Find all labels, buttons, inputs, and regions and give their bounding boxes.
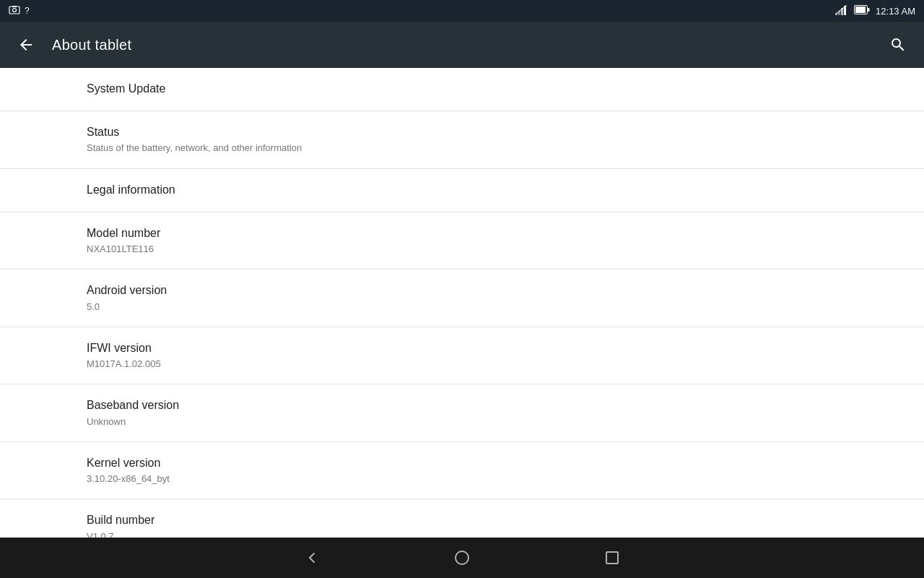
status-bar-right-icons: 12:13 AM xyxy=(835,5,915,17)
settings-item-baseband-version[interactable]: Baseband versionUnknown xyxy=(0,384,924,442)
svg-point-1 xyxy=(13,8,17,12)
settings-item-title: Status xyxy=(87,124,837,140)
settings-item-subtitle: V1.0.7 xyxy=(87,530,837,538)
back-nav-button[interactable] xyxy=(295,540,329,575)
settings-item-status[interactable]: StatusStatus of the battery, network, an… xyxy=(0,111,924,169)
svg-rect-0 xyxy=(9,7,19,14)
status-bar: ? 12:13 AM xyxy=(0,0,924,22)
settings-item-ifwi-version[interactable]: IFWI versionM1017A.1.02.005 xyxy=(0,327,924,385)
recents-nav-button[interactable] xyxy=(595,540,629,575)
svg-rect-2 xyxy=(12,6,17,7)
settings-item-kernel-version[interactable]: Kernel version3.10.20-x86_64_byt xyxy=(0,442,924,500)
nav-bar xyxy=(0,538,924,578)
settings-list: System UpdateStatusStatus of the battery… xyxy=(0,68,924,538)
settings-item-build-number[interactable]: Build numberV1.0.7 xyxy=(0,499,924,538)
search-button[interactable] xyxy=(884,30,912,59)
settings-item-subtitle: Unknown xyxy=(87,415,837,428)
page-title: About tablet xyxy=(52,37,884,53)
status-bar-left-icons: ? xyxy=(9,5,30,17)
svg-rect-10 xyxy=(868,8,870,12)
settings-item-system-update[interactable]: System Update xyxy=(0,68,924,111)
settings-item-subtitle: 3.10.20-x86_64_byt xyxy=(87,473,837,486)
settings-item-title: Legal information xyxy=(87,182,837,198)
battery-icon xyxy=(854,5,870,17)
settings-item-title: Baseband version xyxy=(87,397,837,413)
settings-item-title: System Update xyxy=(87,81,837,97)
svg-rect-9 xyxy=(855,7,866,13)
settings-item-subtitle: M1017A.1.02.005 xyxy=(87,358,837,371)
settings-item-title: Android version xyxy=(87,282,837,298)
settings-item-legal-information[interactable]: Legal information xyxy=(0,169,924,212)
signal-icon xyxy=(835,5,848,17)
settings-content: System UpdateStatusStatus of the battery… xyxy=(0,68,924,538)
settings-item-title: Kernel version xyxy=(87,455,837,471)
time-display: 12:13 AM xyxy=(876,6,915,17)
photo-icon xyxy=(9,5,20,17)
settings-item-model-number[interactable]: Model numberNXA101LTE116 xyxy=(0,212,924,270)
settings-item-title: IFWI version xyxy=(87,340,837,356)
app-bar: About tablet xyxy=(0,22,924,68)
settings-item-subtitle: Status of the battery, network, and othe… xyxy=(87,142,837,155)
settings-item-title: Model number xyxy=(87,225,837,241)
settings-item-android-version[interactable]: Android version5.0 xyxy=(0,269,924,327)
settings-item-title: Build number xyxy=(87,512,837,528)
settings-item-subtitle: NXA101LTE116 xyxy=(87,243,837,256)
back-button[interactable] xyxy=(12,30,40,59)
settings-item-subtitle: 5.0 xyxy=(87,301,837,314)
svg-point-11 xyxy=(456,551,468,564)
home-nav-button[interactable] xyxy=(445,540,479,575)
svg-rect-12 xyxy=(606,552,618,564)
unknown-icon: ? xyxy=(25,6,30,16)
